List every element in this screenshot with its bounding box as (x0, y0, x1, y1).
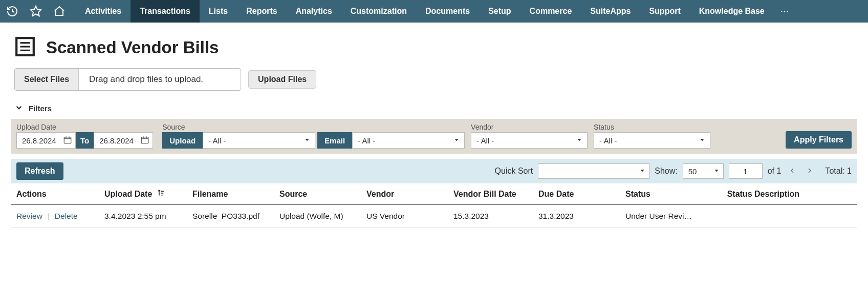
source-email-select[interactable]: - All - (352, 132, 465, 149)
th-status-desc[interactable]: Status Description (712, 190, 799, 199)
history-icon[interactable] (6, 5, 18, 17)
caret-down-icon (303, 136, 311, 145)
source-upload-select[interactable]: - All - (203, 132, 315, 149)
total-label: Total: 1 (825, 167, 852, 176)
top-nav-menu: Activities Transactions Lists Reports An… (76, 0, 796, 23)
from-date-input[interactable]: 26.8.2024 (16, 132, 76, 149)
table-header-row: Actions Upload Date Filename Source Vend… (11, 183, 857, 205)
nav-analytics[interactable]: Analytics (287, 0, 341, 23)
next-page-button[interactable] (804, 167, 816, 176)
source-label: Source (162, 123, 465, 131)
star-icon[interactable] (30, 5, 42, 17)
nav-suiteapps[interactable]: SuiteApps (581, 0, 640, 23)
toolbar-right: Quick Sort Show: 50 of 1 Total: 1 (495, 163, 852, 179)
caret-down-icon (699, 136, 706, 145)
th-upload-date-label: Upload Date (104, 190, 152, 199)
svg-marker-15 (578, 139, 581, 141)
svg-marker-14 (455, 139, 459, 141)
nav-documents[interactable]: Documents (416, 0, 479, 23)
to-date-input[interactable]: 26.8.2024 (94, 132, 153, 149)
caret-down-icon (639, 167, 646, 176)
nav-more[interactable] (774, 0, 796, 23)
svg-marker-0 (31, 6, 41, 16)
list-icon (14, 36, 36, 59)
nav-knowledge-base[interactable]: Knowledge Base (690, 0, 774, 23)
apply-filters-button[interactable]: Apply Filters (786, 131, 852, 149)
calendar-icon[interactable] (63, 135, 72, 146)
th-upload-date[interactable]: Upload Date (104, 189, 192, 200)
page-title: Scanned Vendor Bills (46, 38, 219, 57)
to-label: To (76, 132, 94, 149)
svg-rect-5 (64, 137, 71, 143)
vendor-select[interactable]: - All - (471, 132, 588, 149)
refresh-button[interactable]: Refresh (16, 162, 63, 180)
cell-status: Under User Revi… (625, 212, 712, 221)
nav-activities[interactable]: Activities (76, 0, 131, 23)
filters-label: Filters (29, 104, 52, 113)
top-nav-icons (6, 5, 76, 17)
table-toolbar: Refresh Quick Sort Show: 50 of 1 Total: … (11, 159, 857, 183)
cell-filename: Sorelle_PO333.pdf (192, 212, 279, 221)
caret-down-icon (576, 136, 583, 145)
to-date-value: 26.8.2024 (99, 136, 137, 145)
calendar-icon[interactable] (140, 135, 149, 146)
th-source[interactable]: Source (279, 190, 366, 199)
upload-row: Select Files Drag and drop files to uplo… (0, 68, 868, 103)
th-actions[interactable]: Actions (16, 190, 104, 199)
review-link[interactable]: Review (16, 212, 42, 221)
status-select[interactable]: - All - (594, 132, 710, 149)
page-input[interactable] (729, 163, 763, 179)
cell-upload-date: 3.4.2023 2:55 pm (104, 212, 192, 221)
svg-marker-16 (701, 139, 704, 141)
from-date-value: 26.8.2024 (22, 136, 60, 145)
source-email-value: - All - (358, 136, 450, 145)
top-nav: Activities Transactions Lists Reports An… (0, 0, 868, 23)
filters-toggle[interactable]: Filters (0, 103, 868, 119)
upload-files-button[interactable]: Upload Files (248, 70, 316, 89)
email-toggle[interactable]: Email (317, 132, 352, 149)
upload-date-label: Upload Date (16, 123, 153, 131)
dropzone-label: Drag and drop files to upload. (79, 74, 241, 85)
select-files-button[interactable]: Select Files (15, 69, 79, 90)
upload-toggle[interactable]: Upload (162, 132, 203, 149)
cell-source: Upload (Wolfe, M) (279, 212, 366, 221)
th-bill-date[interactable]: Vendor Bill Date (453, 190, 538, 199)
filter-source: Source Upload - All - Email - All - (162, 123, 465, 149)
upload-dropzone[interactable]: Select Files Drag and drop files to uplo… (14, 68, 241, 91)
home-icon[interactable] (53, 5, 66, 17)
nav-setup[interactable]: Setup (479, 0, 520, 23)
vendor-label: Vendor (471, 123, 588, 131)
data-table: Actions Upload Date Filename Source Vend… (11, 183, 857, 227)
svg-marker-17 (641, 170, 644, 172)
vendor-value: - All - (476, 136, 573, 145)
nav-support[interactable]: Support (640, 0, 689, 23)
th-filename[interactable]: Filename (192, 190, 279, 199)
filter-vendor: Vendor - All - (468, 123, 588, 149)
th-due-date[interactable]: Due Date (538, 190, 625, 199)
source-upload-value: - All - (208, 136, 300, 145)
quicksort-select[interactable] (538, 163, 649, 179)
status-label: Status (594, 123, 710, 131)
action-separator: | (48, 212, 50, 221)
sort-icon[interactable] (156, 189, 165, 200)
svg-marker-18 (714, 170, 718, 172)
quicksort-label: Quick Sort (495, 167, 533, 176)
svg-rect-9 (141, 137, 148, 143)
caret-down-icon (713, 167, 720, 176)
th-status[interactable]: Status (625, 190, 712, 199)
prev-page-button[interactable] (786, 167, 798, 176)
th-vendor[interactable]: Vendor (366, 190, 453, 199)
nav-customization[interactable]: Customization (341, 0, 416, 23)
status-value: - All - (599, 136, 696, 145)
cell-bill-date: 15.3.2023 (453, 212, 538, 221)
filters-panel: Upload Date 26.8.2024 To 26.8.2024 Sourc… (11, 119, 857, 154)
nav-reports[interactable]: Reports (237, 0, 286, 23)
show-select[interactable]: 50 (683, 163, 724, 179)
cell-vendor: US Vendor (366, 212, 453, 221)
nav-lists[interactable]: Lists (200, 0, 237, 23)
delete-link[interactable]: Delete (55, 212, 78, 221)
nav-transactions[interactable]: Transactions (131, 0, 200, 23)
nav-commerce[interactable]: Commerce (520, 0, 581, 23)
filter-status: Status - All - (591, 123, 710, 149)
page-header: Scanned Vendor Bills (0, 23, 868, 68)
